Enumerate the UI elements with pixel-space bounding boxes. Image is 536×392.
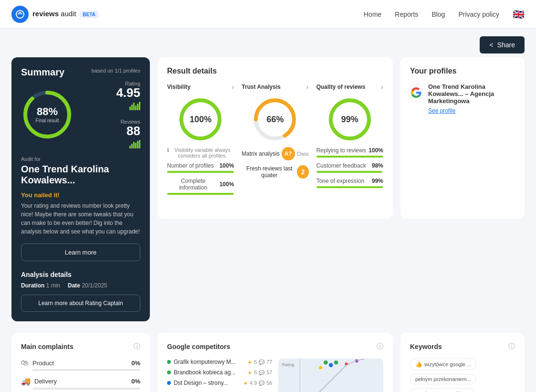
- delivery-pct: 0%: [131, 378, 140, 385]
- trust-pct: 66%: [266, 115, 284, 125]
- company-name: One Trend Karolina Kowalews...: [21, 164, 140, 186]
- profiles-title: Your profiles: [410, 67, 515, 75]
- keyword-2-label: pełnym przekonaniem...: [415, 376, 471, 382]
- trust-chevron[interactable]: ›: [306, 83, 309, 91]
- feedback-label: Customer feedback: [316, 162, 366, 169]
- thumb-up-icon: 👍: [415, 361, 422, 368]
- visibility-label: Visibility ›: [167, 83, 234, 91]
- rating-reviews-section: Rating 4.95 Reviews 88: [116, 81, 140, 148]
- star-icon-3: ★: [243, 381, 248, 386]
- feedback-pct: 98%: [372, 162, 383, 169]
- complaint-delivery: 🚚 Delivery 0%: [21, 377, 140, 390]
- logo: reviews audit BETA: [11, 6, 98, 23]
- summary-card: Summary based on 1/1 profiles 88% Final …: [11, 57, 150, 321]
- based-on: based on 1/1 profiles: [92, 68, 140, 74]
- logo-audit-text: audit: [61, 10, 76, 18]
- share-bar: < Share: [0, 29, 536, 57]
- main-nav: Home Reports Blog Privacy policy 🇬🇧: [364, 9, 525, 20]
- nailed-text: Your rating and reviews number look pret…: [21, 201, 140, 236]
- quality-replying: Replying to reviews 100%: [316, 147, 383, 158]
- summary-title: Summary: [21, 67, 64, 78]
- share-icon: <: [489, 41, 493, 49]
- product-label: Product: [32, 360, 127, 367]
- share-label: Share: [497, 41, 515, 49]
- score-circle: 88% Final result: [21, 88, 74, 141]
- competitors-title-row: Google competitors ⓘ: [167, 342, 383, 351]
- rating-value: 4.95: [116, 86, 140, 99]
- nav-blog[interactable]: Blog: [431, 11, 445, 18]
- quality-metric: Quality of reviews › 99% Replying to rev…: [316, 83, 383, 200]
- keyword-3[interactable]: przejrzyste warunki w...: [410, 388, 475, 392]
- nav-reports[interactable]: Reports: [395, 11, 418, 18]
- matrix-label: Matrix analysis: [242, 150, 279, 157]
- delivery-label: Delivery: [34, 378, 127, 385]
- competitors-list: Grafik komputerowy M... ★ 5 💬 77 Brandbo…: [167, 359, 273, 392]
- quality-pct: 99%: [341, 115, 358, 125]
- profile-info: One Trend Karolina Kowalews... – Agencja…: [428, 83, 515, 114]
- keywords-info-icon[interactable]: ⓘ: [508, 342, 515, 351]
- complaints-card: Main complaints ⓘ 🛍 Product 0% 🚚 Deliver…: [11, 333, 150, 392]
- star-icon-2: ★: [248, 370, 252, 375]
- visibility-detail-info: Complete information 100%: [167, 178, 234, 195]
- keywords-card: Keywords ⓘ 👍 wizytówce google ... pełnym…: [400, 333, 525, 392]
- complete-info-pct: 100%: [220, 181, 234, 188]
- metrics-row: Visibility › 100% ℹ Visibility variable …: [167, 83, 383, 200]
- competitor-3-dot: [167, 381, 171, 385]
- see-profile-link[interactable]: See profile: [428, 107, 455, 114]
- keyword-2[interactable]: pełnym przekonaniem...: [410, 374, 476, 384]
- quality-chevron[interactable]: ›: [381, 83, 383, 91]
- learn-more-button[interactable]: Learn more: [21, 244, 140, 261]
- rating-captain-button[interactable]: Learn more about Rating Captain: [21, 295, 140, 312]
- competitor-1: Grafik komputerowy M... ★ 5 💬 77: [167, 359, 273, 365]
- analysis-meta: Duration 1 min Date 20/1/2025: [21, 282, 140, 289]
- nailed-it-label: You nailed it!: [21, 191, 140, 199]
- visibility-detail-profiles: Number of profiles 100%: [167, 162, 234, 173]
- beta-badge: BETA: [80, 11, 98, 18]
- competitors-card: Google competitors ⓘ Grafik komputerowy …: [158, 333, 393, 392]
- profiles-card: Your profiles One Trend Karolina Kowalew…: [400, 57, 525, 219]
- svg-point-0: [16, 11, 24, 18]
- star-icon-1: ★: [248, 360, 252, 365]
- trust-donut: 66%: [251, 95, 299, 143]
- svg-point-14: [334, 360, 338, 365]
- result-details-card: Result details Visibility › 100% ℹ Vis: [158, 57, 393, 219]
- tone-pct: 99%: [372, 178, 383, 184]
- score-pct: 88%: [36, 106, 59, 117]
- score-label: Final result: [36, 118, 59, 123]
- tone-label: Tone of expression: [316, 178, 365, 184]
- result-details-title: Result details: [167, 67, 383, 75]
- info-icon-small: ℹ: [167, 147, 169, 153]
- product-pct: 0%: [131, 360, 140, 367]
- score-inner: 88% Final result: [36, 106, 59, 123]
- duration: Duration 1 min: [21, 282, 60, 289]
- nav-privacy[interactable]: Privacy policy: [458, 11, 499, 18]
- competitors-chart: Rating Reviews: [278, 359, 384, 392]
- delivery-icon: 🚚: [21, 377, 31, 386]
- trust-fresh: Fresh reviews last quater 2: [242, 165, 308, 179]
- profiles-label: Number of profiles: [167, 162, 214, 169]
- flag-icon: 🇬🇧: [513, 9, 525, 20]
- quality-label: Quality of reviews ›: [316, 83, 383, 91]
- reviews-value: 88: [116, 125, 140, 137]
- nav-home[interactable]: Home: [364, 11, 381, 18]
- competitor-1-name: Grafik komputerowy M...: [174, 359, 245, 365]
- competitor-3-stats: ★ 4.9 💬 56: [243, 380, 273, 386]
- svg-point-16: [328, 363, 333, 367]
- visibility-chevron[interactable]: ›: [232, 83, 234, 91]
- replying-pct: 100%: [368, 147, 383, 154]
- competitor-2-stats: ★ 5 💬 57: [248, 370, 272, 375]
- keyword-1[interactable]: 👍 wizytówce google ...: [410, 359, 476, 370]
- competitor-3: Dst Design – strony... ★ 4.9 💬 56: [167, 380, 273, 386]
- competitor-2-name: Brandbook kobieca ag...: [174, 369, 245, 376]
- share-button[interactable]: < Share: [480, 36, 525, 53]
- complete-info-label: Complete information: [167, 178, 220, 191]
- chart-label-y: Rating: [282, 362, 294, 367]
- trust-label: Trust Analysis ›: [242, 83, 308, 91]
- svg-point-18: [319, 366, 322, 370]
- complaint-product: 🛍 Product 0%: [21, 359, 140, 371]
- competitors-info-icon[interactable]: ⓘ: [377, 342, 383, 351]
- complaints-info-icon[interactable]: ⓘ: [134, 342, 140, 351]
- app-header: reviews audit BETA Home Reports Blog Pri…: [0, 0, 536, 29]
- keyword-1-label: wizytówce google ...: [424, 361, 471, 367]
- competitor-1-dot: [167, 360, 171, 364]
